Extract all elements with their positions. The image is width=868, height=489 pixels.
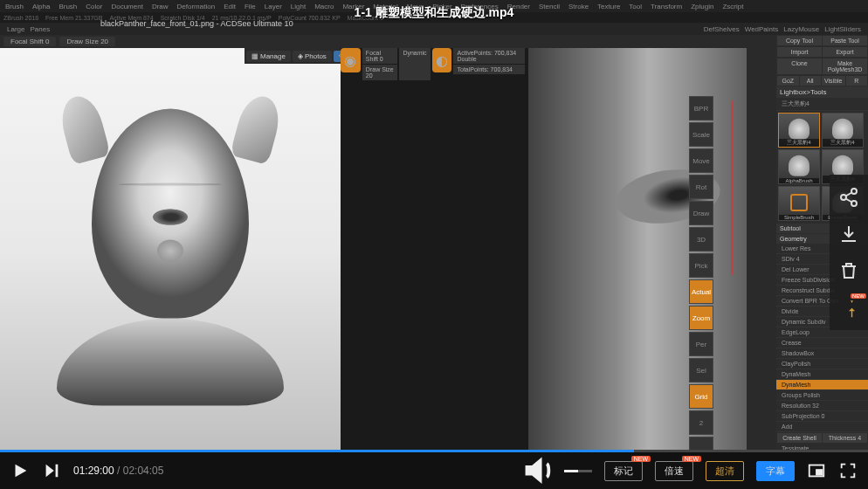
file-label: blackPanther_face_front_01.png - ACDSee … bbox=[100, 19, 293, 28]
download-icon[interactable] bbox=[838, 224, 859, 244]
video-overlay-tools: NEW bbox=[830, 175, 868, 330]
vtool-2[interactable]: Move bbox=[689, 148, 713, 173]
menu-stencil[interactable]: Stencil bbox=[539, 3, 560, 10]
svg-point-1 bbox=[841, 195, 846, 200]
vtool-11[interactable]: Grid bbox=[689, 384, 713, 409]
vtool-1[interactable]: Scale bbox=[689, 122, 713, 147]
sculpt-viewport[interactable]: BPRScaleMoveRotDraw3DPickActualZoomPerSe… bbox=[528, 48, 747, 452]
vtool-0[interactable]: BPR bbox=[689, 96, 713, 121]
menu-draw[interactable]: Draw bbox=[152, 3, 169, 10]
total-points: TotalPoints: 700,834 bbox=[453, 65, 525, 74]
paste-tool[interactable]: Paste Tool bbox=[823, 36, 867, 45]
menu-transform[interactable]: Transform bbox=[651, 3, 682, 10]
quality-tag[interactable]: 超清 bbox=[706, 461, 744, 481]
mid-draw[interactable]: Draw Size 20 bbox=[362, 65, 398, 80]
vtool-8[interactable]: Zoom bbox=[689, 306, 713, 330]
menu-brush[interactable]: Brush bbox=[59, 3, 77, 10]
acdsee-toolbar: ▦ Manage ◈ Photos 👁 View ⚗ Develop ✎ Edi… bbox=[245, 48, 341, 64]
viewport-tools: BPRScaleMoveRotDraw3DPickActualZoomPerSe… bbox=[689, 96, 713, 452]
import-btn[interactable]: Import bbox=[777, 47, 822, 57]
reference-view: ▦ Manage ◈ Photos 👁 View ⚗ Develop ✎ Edi… bbox=[0, 48, 341, 452]
menu-texture[interactable]: Texture bbox=[597, 3, 620, 10]
delete-icon[interactable] bbox=[838, 260, 859, 281]
speed-tag[interactable]: 倍速NEW bbox=[655, 461, 693, 481]
menu-macro[interactable]: Macro bbox=[314, 3, 334, 10]
sub-right: DefShelvesWedPaintsLazyMouseLightSliders bbox=[704, 25, 861, 33]
mat-icon[interactable]: ◐ bbox=[432, 48, 452, 72]
svg-point-0 bbox=[851, 189, 857, 194]
vtool-3[interactable]: Rot bbox=[689, 175, 713, 199]
view-tab[interactable]: 👁 View bbox=[334, 51, 341, 62]
play-button[interactable] bbox=[10, 461, 30, 480]
fullscreen-icon[interactable] bbox=[838, 461, 858, 480]
menu-light[interactable]: Light bbox=[291, 3, 306, 10]
svg-line-3 bbox=[846, 193, 852, 196]
clone-btn[interactable]: Clone bbox=[777, 59, 822, 74]
mid-focal[interactable]: Focal Shift 0 bbox=[362, 48, 398, 64]
menu-tool[interactable]: Tool bbox=[629, 3, 642, 10]
menu-edit[interactable]: Edit bbox=[224, 3, 236, 10]
vtool-4[interactable]: Draw bbox=[689, 201, 713, 225]
mark-tag[interactable]: 标记NEW bbox=[604, 461, 643, 481]
menu-layer[interactable]: Layer bbox=[265, 3, 282, 10]
menu-deformation[interactable]: Deformation bbox=[177, 3, 216, 10]
vtool-12[interactable]: 2 bbox=[689, 410, 713, 435]
thumb-2[interactable]: AlphaBrush bbox=[778, 149, 820, 184]
menu-zplugin[interactable]: Zplugin bbox=[691, 3, 713, 10]
svg-rect-6 bbox=[816, 470, 822, 475]
menu-document[interactable]: Document bbox=[111, 3, 142, 10]
volume-icon[interactable] bbox=[519, 451, 559, 489]
photos-tab[interactable]: ◈ Photos bbox=[293, 51, 332, 62]
next-button[interactable] bbox=[42, 461, 61, 480]
menu-color[interactable]: Color bbox=[86, 3, 102, 10]
vtool-7[interactable]: Actual bbox=[689, 279, 713, 304]
sub-left: LargePanes bbox=[7, 25, 50, 33]
menu-brush[interactable]: Brush bbox=[5, 3, 24, 10]
vtool-6[interactable]: Pick bbox=[689, 253, 713, 278]
svg-point-2 bbox=[851, 201, 857, 206]
manage-tab[interactable]: ▦ Manage bbox=[246, 51, 291, 62]
video-title: 1-1 雕塑模型和生成硬边.mp4 bbox=[355, 5, 514, 21]
pip-icon[interactable] bbox=[807, 461, 826, 480]
share-icon[interactable] bbox=[838, 187, 859, 208]
time-display: 01:29:00 / 02:04:05 bbox=[73, 465, 163, 477]
brush-icon[interactable]: ◉ bbox=[341, 48, 361, 72]
lightbox-head[interactable]: Lightbox>Tools bbox=[776, 86, 868, 98]
volume-control[interactable] bbox=[519, 451, 592, 489]
menu-alpha[interactable]: Alpha bbox=[32, 3, 50, 10]
mid-dynamic[interactable]: Dynamic bbox=[399, 48, 430, 80]
active-points: ActivePoints: 700,834 Double bbox=[453, 48, 525, 64]
thumb-0[interactable]: 三犬黑豹4 bbox=[778, 113, 820, 148]
menu-file[interactable]: File bbox=[245, 3, 256, 10]
dynamesh-btn[interactable]: DynaMesh bbox=[776, 380, 868, 390]
canvas-gap: ◉ Focal Shift 0 Draw Size 20 Dynamic ◐ A… bbox=[341, 48, 528, 452]
menu-zscript[interactable]: Zscript bbox=[722, 3, 743, 10]
menu-stroke[interactable]: Stroke bbox=[568, 3, 589, 10]
vtool-9[interactable]: Per bbox=[689, 332, 713, 356]
vtool-5[interactable]: 3D bbox=[689, 227, 713, 251]
vtool-10[interactable]: Sel bbox=[689, 358, 713, 382]
thumb-1[interactable]: 三犬黑豹4 bbox=[822, 113, 864, 148]
copy-tool[interactable]: Copy Tool bbox=[777, 36, 822, 45]
export-btn[interactable]: Export bbox=[823, 47, 867, 57]
thumb-4[interactable]: SimpleBrush bbox=[778, 186, 820, 221]
svg-line-4 bbox=[846, 199, 852, 203]
focal-shift[interactable]: Focal Shift 0 bbox=[3, 37, 56, 46]
pin-icon[interactable]: NEW bbox=[838, 297, 859, 318]
subtitle-tag[interactable]: 字幕 bbox=[756, 461, 795, 481]
draw-size[interactable]: Draw Size 20 bbox=[59, 37, 115, 46]
player-bar: 01:29:00 / 02:04:05 标记NEW 倍速NEW 超清 字幕 bbox=[0, 452, 868, 489]
polymesh-btn[interactable]: Make PolyMesh3D bbox=[823, 59, 867, 74]
